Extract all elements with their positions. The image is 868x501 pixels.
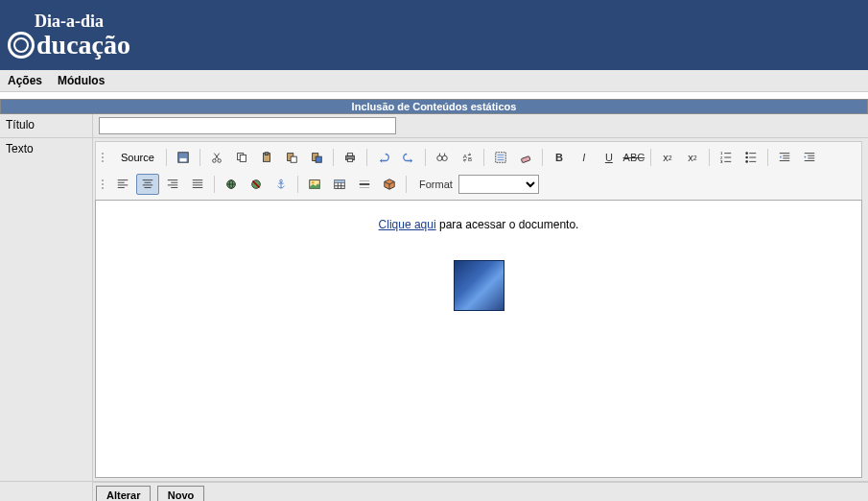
logo-bottom-text: ducação: [36, 32, 130, 59]
menu-acoes[interactable]: Ações: [8, 74, 42, 87]
titulo-input[interactable]: [99, 117, 396, 134]
editor-paragraph: Clique aqui para acessar o documento.: [107, 218, 850, 231]
subscript-button[interactable]: x2: [656, 147, 679, 168]
align-right-icon: [166, 178, 179, 191]
section-title-bar: Inclusão de Conteúdos estáticos: [0, 99, 868, 114]
separator: [199, 149, 200, 166]
unlink-button[interactable]: [245, 174, 268, 195]
separator: [709, 149, 710, 166]
bold-button[interactable]: B: [548, 147, 571, 168]
italic-button[interactable]: I: [573, 147, 596, 168]
field-titulo: [93, 114, 868, 137]
image-icon: [308, 178, 321, 191]
svg-text:B: B: [468, 155, 472, 162]
redo-button[interactable]: [397, 147, 420, 168]
hr-button[interactable]: [353, 174, 376, 195]
svg-point-22: [442, 155, 447, 160]
cut-button[interactable]: [205, 147, 228, 168]
content-image[interactable]: [454, 260, 504, 311]
undo-icon: [377, 151, 390, 164]
svg-line-9: [214, 154, 218, 159]
format-select[interactable]: [458, 175, 539, 194]
eraser-icon: [519, 151, 532, 164]
svg-rect-13: [265, 153, 269, 155]
numbered-list-button[interactable]: 123: [715, 147, 738, 168]
save-button[interactable]: [172, 147, 195, 168]
link-button[interactable]: [220, 174, 243, 195]
anchor-button[interactable]: [270, 174, 293, 195]
align-left-button[interactable]: [111, 174, 134, 195]
binoculars-icon: [435, 151, 449, 164]
align-left-icon: [116, 178, 129, 191]
strike-button[interactable]: ABC: [622, 147, 645, 168]
separator: [333, 149, 334, 166]
app-header: Dia-a-dia ducação: [0, 0, 868, 70]
editor-wrap: Source AB: [93, 138, 868, 481]
anchor-icon: [274, 178, 288, 191]
find-button[interactable]: [431, 147, 454, 168]
separator: [406, 176, 407, 193]
ol-icon: 123: [719, 151, 733, 164]
source-button[interactable]: Source: [111, 147, 161, 168]
paste-button[interactable]: [255, 147, 278, 168]
separator: [483, 149, 484, 166]
svg-text:3: 3: [720, 159, 723, 164]
specialchar-button[interactable]: [378, 174, 401, 195]
table-button[interactable]: [328, 174, 351, 195]
undo-button[interactable]: [372, 147, 395, 168]
novo-button[interactable]: Novo: [157, 486, 205, 501]
editor-toolbar: Source AB: [95, 141, 862, 200]
indent-button[interactable]: [798, 147, 821, 168]
replace-icon: AB: [460, 151, 474, 164]
paste-text-button[interactable]: [280, 147, 303, 168]
paste-word-button[interactable]: [305, 147, 328, 168]
superscript-button[interactable]: x2: [681, 147, 704, 168]
svg-rect-83: [335, 180, 345, 183]
svg-text:A: A: [462, 153, 467, 159]
separator: [650, 149, 651, 166]
replace-button[interactable]: AB: [456, 147, 479, 168]
copy-button[interactable]: [230, 147, 253, 168]
svg-point-21: [437, 155, 442, 160]
label-texto: Texto: [0, 138, 93, 481]
print-button[interactable]: [339, 147, 362, 168]
actions-row: Alterar Novo: [0, 482, 868, 501]
menu-modulos[interactable]: Módulos: [58, 74, 105, 87]
separator: [166, 149, 167, 166]
indent-icon: [803, 151, 816, 164]
printer-icon: [343, 151, 357, 164]
image-button[interactable]: [303, 174, 326, 195]
outdent-icon: [778, 151, 791, 164]
separator: [297, 176, 298, 193]
menubar: Ações Módulos: [0, 70, 868, 92]
bullet-list-button[interactable]: [739, 147, 762, 168]
editor-content-area[interactable]: Clique aqui para acessar o documento.: [95, 200, 862, 478]
source-label: Source: [121, 152, 154, 163]
actions-spacer: [0, 482, 93, 501]
svg-rect-19: [347, 154, 352, 156]
paste-icon: [260, 151, 273, 164]
selectall-icon: [494, 151, 507, 164]
format-label: Format: [419, 179, 453, 190]
svg-rect-5: [179, 158, 186, 162]
svg-rect-11: [240, 155, 246, 161]
spiral-icon: [8, 32, 35, 59]
alterar-button[interactable]: Alterar: [96, 486, 151, 501]
content-link[interactable]: Clique aqui: [379, 218, 436, 231]
align-right-button[interactable]: [161, 174, 184, 195]
separator: [542, 149, 543, 166]
actions-cell: Alterar Novo: [93, 482, 868, 501]
separator: [425, 149, 426, 166]
svg-point-6: [212, 159, 216, 163]
content-text: para acessar o documento.: [436, 218, 579, 231]
removeformat-button[interactable]: [514, 147, 537, 168]
align-center-button[interactable]: [136, 174, 159, 195]
cube-icon: [383, 178, 396, 191]
outdent-button[interactable]: [773, 147, 796, 168]
svg-rect-17: [316, 156, 321, 162]
svg-rect-15: [291, 156, 296, 162]
scissors-icon: [210, 151, 223, 164]
align-justify-button[interactable]: [186, 174, 209, 195]
selectall-button[interactable]: [489, 147, 512, 168]
underline-button[interactable]: U: [598, 147, 621, 168]
